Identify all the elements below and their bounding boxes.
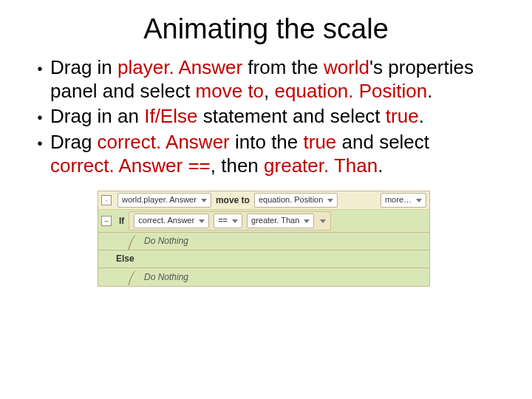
text: .	[419, 105, 424, 127]
text-red: correct. Answer	[98, 131, 235, 153]
bullet-2: • Drag in an If/Else statement and selec…	[30, 104, 497, 128]
alice-editor: · world.player. Answer move to equation.…	[98, 191, 430, 287]
bullet-dot: •	[30, 104, 50, 128]
else-body-row[interactable]: ⎛ Do Nothing	[98, 268, 429, 286]
text-red: move to	[196, 80, 265, 102]
if-body-row[interactable]: ⎛ Do Nothing	[98, 233, 429, 250]
text-red: true	[386, 105, 419, 127]
text: .	[427, 80, 432, 102]
text: Drag in	[50, 56, 117, 78]
bullet-3: • Drag correct. Answer into the true and…	[30, 130, 497, 177]
chip-label: ==	[218, 216, 228, 226]
slide-title: Animating the scale	[0, 0, 532, 55]
greater-than-chip[interactable]: greater. Than	[247, 214, 314, 228]
text: Drag in an	[50, 105, 144, 127]
collapse-icon[interactable]: −	[101, 216, 112, 226]
text-red: correct. Answer ==	[50, 154, 211, 177]
slide-body: • Drag in player. Answer from the world'…	[0, 55, 532, 287]
player-answer-chip[interactable]: world.player. Answer	[117, 193, 211, 208]
chip-label: equation. Position	[259, 195, 323, 205]
chevron-down-icon	[320, 219, 326, 223]
brace-icon: ⎛	[128, 239, 140, 247]
text: and select	[342, 131, 430, 153]
text: ,	[264, 80, 274, 102]
text-red: world	[324, 56, 369, 78]
collapse-icon[interactable]: ·	[101, 195, 112, 205]
text: from the	[248, 56, 324, 78]
text: , then	[211, 154, 264, 177]
chip-label: correct. Answer	[138, 216, 194, 226]
more-chip[interactable]: more…	[381, 193, 426, 208]
bullet-text: Drag correct. Answer into the true and s…	[50, 130, 497, 177]
text-red: equation. Position	[275, 80, 428, 102]
condition-container[interactable]: correct. Answer == greater. Than	[129, 211, 331, 231]
chip-label: more…	[385, 195, 412, 205]
moveto-row[interactable]: · world.player. Answer move to equation.…	[98, 191, 429, 210]
bullet-text: Drag in player. Answer from the world's …	[50, 55, 497, 103]
chevron-down-icon	[199, 219, 205, 223]
text: Drag	[50, 131, 98, 153]
text: .	[378, 154, 383, 177]
chip-label: world.player. Answer	[122, 195, 197, 205]
chip-label: greater. Than	[251, 216, 299, 226]
moveto-keyword: move to	[214, 195, 251, 206]
chevron-down-icon	[201, 199, 207, 202]
equals-chip[interactable]: ==	[214, 214, 242, 228]
text-red: player. Answer	[117, 56, 248, 78]
do-nothing-label: Do Nothing	[144, 236, 188, 247]
text-red: If/Else	[144, 105, 202, 127]
text-red: greater. Than	[264, 154, 378, 177]
else-row[interactable]: Else	[98, 250, 429, 268]
do-nothing-label: Do Nothing	[144, 272, 188, 283]
chevron-down-icon	[327, 199, 333, 202]
correct-answer-chip[interactable]: correct. Answer	[134, 214, 209, 228]
if-row[interactable]: − If correct. Answer == greater. Than	[98, 210, 429, 233]
bullet-text: Drag in an If/Else statement and select …	[50, 104, 497, 128]
bullet-dot: •	[30, 130, 50, 177]
brace-icon: ⎛	[128, 275, 140, 282]
bullet-1: • Drag in player. Answer from the world'…	[30, 55, 497, 103]
equation-position-chip[interactable]: equation. Position	[254, 193, 338, 208]
chevron-down-icon	[304, 219, 310, 223]
if-keyword: If	[117, 216, 126, 227]
text: statement and select	[203, 105, 386, 127]
chevron-down-icon	[232, 219, 238, 223]
chevron-down-icon	[416, 199, 422, 202]
slide: Animating the scale • Drag in player. An…	[0, 0, 532, 399]
else-keyword: Else	[115, 253, 136, 265]
text-red: true	[304, 131, 342, 153]
bullet-dot: •	[30, 55, 50, 103]
text: into the	[235, 131, 304, 153]
